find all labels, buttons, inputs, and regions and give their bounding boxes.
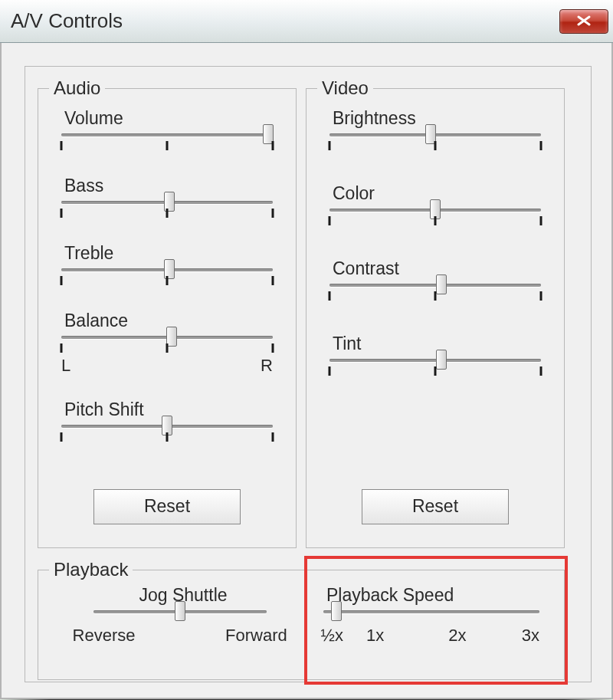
contrast-ticks xyxy=(329,291,541,302)
bass-control: Bass xyxy=(58,176,276,219)
audio-group: Audio Volume Bass xyxy=(38,77,297,548)
speed-tick-labels: ½x 1x 2x 3x xyxy=(323,626,539,642)
jog-forward-label: Forward xyxy=(225,626,287,646)
playback-group: Playback Jog Shuttle Reverse Forward Pla… xyxy=(38,559,565,680)
volume-slider[interactable] xyxy=(61,133,273,136)
video-legend: Video xyxy=(317,77,373,99)
treble-control: Treble xyxy=(58,243,276,287)
brightness-slider[interactable] xyxy=(329,133,541,136)
speed-label: Playback Speed xyxy=(326,585,543,606)
color-ticks xyxy=(329,216,541,227)
speed-tick-1x: 1x xyxy=(366,626,384,646)
jog-thumb[interactable] xyxy=(175,601,185,621)
volume-label: Volume xyxy=(64,108,276,129)
brightness-control: Brightness xyxy=(326,108,544,152)
title-bar: A/V Controls xyxy=(0,0,613,43)
pitchshift-ticks xyxy=(61,432,273,443)
close-icon xyxy=(576,11,592,30)
jog-control: Jog Shuttle Reverse Forward xyxy=(69,585,291,642)
jog-slider[interactable] xyxy=(93,610,267,613)
contrast-control: Contrast xyxy=(326,258,544,302)
contrast-slider[interactable] xyxy=(329,284,541,287)
audio-legend: Audio xyxy=(49,77,105,99)
balance-slider[interactable] xyxy=(61,336,273,339)
pitchshift-control: Pitch Shift xyxy=(58,399,276,443)
color-control: Color xyxy=(326,183,544,227)
treble-ticks xyxy=(61,276,273,287)
tint-control: Tint xyxy=(326,334,544,377)
volume-control: Volume xyxy=(58,108,276,152)
brightness-label: Brightness xyxy=(333,108,544,129)
treble-slider[interactable] xyxy=(61,268,273,271)
window-title: A/V Controls xyxy=(11,9,123,33)
video-group: Video Brightness Color xyxy=(306,77,565,548)
speed-slider[interactable] xyxy=(323,610,539,613)
client-area: Audio Volume Bass xyxy=(0,43,613,699)
balance-control: Balance L R xyxy=(58,311,276,373)
tint-ticks xyxy=(329,366,541,377)
volume-ticks xyxy=(61,141,273,152)
balance-ticks xyxy=(61,343,273,354)
bass-ticks xyxy=(61,209,273,219)
brightness-ticks xyxy=(329,141,541,152)
inner-panel: Audio Volume Bass xyxy=(25,66,592,682)
speed-tick-half: ½x xyxy=(321,626,343,646)
audio-reset-button[interactable]: Reset xyxy=(93,489,241,524)
pitchshift-slider[interactable] xyxy=(61,425,273,428)
tint-slider[interactable] xyxy=(329,359,541,362)
video-reset-button[interactable]: Reset xyxy=(362,489,509,524)
balance-right-label: R xyxy=(261,356,273,376)
speed-thumb[interactable] xyxy=(331,601,342,621)
balance-left-label: L xyxy=(61,356,70,376)
jog-sub-labels: Reverse Forward xyxy=(93,626,267,642)
speed-tick-3x: 3x xyxy=(522,626,539,646)
balance-sub-labels: L R xyxy=(61,356,273,373)
jog-reverse-label: Reverse xyxy=(73,626,136,646)
color-slider[interactable] xyxy=(329,209,541,212)
speed-tick-2x: 2x xyxy=(448,626,466,646)
av-controls-window: A/V Controls Audio Volume xyxy=(0,0,613,699)
bass-slider[interactable] xyxy=(61,201,273,204)
playback-legend: Playback xyxy=(49,559,133,580)
speed-control: Playback Speed ½x 1x 2x 3x xyxy=(320,585,543,642)
close-button[interactable] xyxy=(559,9,608,34)
